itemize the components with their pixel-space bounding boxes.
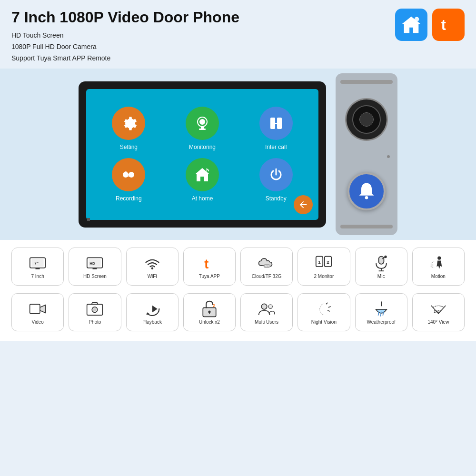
svg-line-47 bbox=[328, 307, 331, 307]
athome-icon-item[interactable]: At home bbox=[169, 158, 236, 202]
feature-row-2: Video Photo Playback 2 Unlock x2 bbox=[0, 289, 476, 341]
back-button[interactable] bbox=[294, 195, 313, 214]
feature-7inch: 7" 7 Inch bbox=[11, 248, 64, 286]
brand-icons: t bbox=[395, 9, 465, 41]
feature-motion: Motion bbox=[412, 248, 465, 286]
feature-tuya: t Tuya APP bbox=[183, 248, 236, 286]
feature-dual: 1 2 2 Monitor bbox=[298, 248, 350, 286]
smartlife-icon bbox=[395, 9, 427, 41]
feature-wifi: WiFi bbox=[126, 248, 178, 286]
feature-cloud-label: Cloud/TF 32G bbox=[252, 274, 282, 279]
lens-inner bbox=[352, 105, 381, 134]
athome-icon bbox=[186, 158, 219, 191]
feature-row-1: 7" 7 Inch HD HD Screen WiFi t Tuya APP bbox=[0, 240, 476, 289]
svg-text:REC: REC bbox=[125, 173, 133, 178]
feature-mic-label: Mic bbox=[377, 274, 385, 279]
svg-line-48 bbox=[328, 310, 330, 311]
feature-weather: Weatherproof bbox=[355, 293, 407, 331]
recording-icon: REC bbox=[112, 158, 145, 191]
svg-point-44 bbox=[261, 304, 267, 309]
svg-point-45 bbox=[268, 305, 272, 308]
svg-point-39 bbox=[93, 308, 97, 311]
standby-icon-item[interactable]: Standby bbox=[243, 158, 309, 202]
feature-playback-label: Playback bbox=[142, 319, 162, 325]
feature-unlock: 2 Unlock x2 bbox=[183, 293, 236, 331]
mic-dot bbox=[87, 218, 90, 221]
svg-text:1: 1 bbox=[318, 259, 321, 265]
feature-mic: Mic bbox=[355, 248, 407, 286]
monitoring-icon bbox=[186, 107, 219, 140]
svg-text:2: 2 bbox=[213, 303, 215, 308]
feature-unlock-label: Unlock x2 bbox=[199, 319, 220, 325]
doorbell-top-strip bbox=[340, 80, 393, 84]
svg-rect-20 bbox=[93, 268, 97, 269]
svg-text:HD: HD bbox=[90, 261, 96, 266]
feature-users-label: Multi Users bbox=[255, 319, 278, 325]
feature-7inch-label: 7 Inch bbox=[31, 274, 44, 279]
svg-point-34 bbox=[384, 256, 387, 258]
svg-rect-36 bbox=[30, 304, 40, 314]
feature-2: 1080P Full HD Door Camera bbox=[11, 41, 465, 53]
product-section: Setting Monitoring Inter call bbox=[0, 69, 476, 240]
svg-rect-5 bbox=[199, 129, 206, 130]
svg-line-46 bbox=[326, 303, 327, 304]
ir-led bbox=[387, 155, 390, 158]
feature-video-label: Video bbox=[31, 319, 43, 325]
svg-text:2: 2 bbox=[327, 259, 330, 265]
svg-point-22 bbox=[151, 267, 153, 269]
feature-motion-label: Motion bbox=[431, 274, 446, 279]
feature-photo-label: Photo bbox=[89, 319, 101, 325]
intercall-icon-item[interactable]: Inter call bbox=[243, 107, 309, 150]
feature-tuya-label: Tuya APP bbox=[199, 274, 220, 279]
feature-3: Support Tuya Smart APP Remote bbox=[11, 53, 465, 64]
svg-rect-7 bbox=[277, 118, 282, 129]
header-section: 7 Inch 1080P Video Door Phone HD Touch S… bbox=[0, 0, 476, 69]
feature-photo: Photo bbox=[69, 293, 121, 331]
feature-hd-label: HD Screen bbox=[83, 274, 107, 279]
svg-point-2 bbox=[199, 119, 205, 125]
doorbell bbox=[336, 73, 397, 235]
feature-playback: Playback bbox=[126, 293, 178, 331]
setting-icon-item[interactable]: Setting bbox=[96, 107, 162, 150]
feature-dual-label: 2 Monitor bbox=[314, 274, 334, 279]
lens-core bbox=[359, 112, 374, 127]
standby-label: Standby bbox=[266, 195, 287, 202]
svg-rect-6 bbox=[270, 118, 275, 129]
monitoring-label: Monitoring bbox=[189, 144, 216, 150]
monitoring-icon-item[interactable]: Monitoring bbox=[169, 107, 236, 150]
tuya-icon: t bbox=[432, 9, 465, 41]
feature-angle-label: 140° View bbox=[427, 319, 449, 325]
feature-wifi-label: WiFi bbox=[148, 274, 157, 279]
svg-text:32G: 32G bbox=[265, 265, 270, 268]
svg-point-11 bbox=[125, 171, 127, 173]
monitor: Setting Monitoring Inter call bbox=[79, 81, 326, 228]
feature-night-label: Night Vision bbox=[311, 319, 337, 325]
setting-icon bbox=[112, 107, 145, 140]
svg-text:t: t bbox=[441, 17, 446, 33]
feature-cloud32g: 32G Cloud/TF 32G bbox=[240, 248, 293, 286]
icon-grid: Setting Monitoring Inter call bbox=[96, 107, 309, 202]
svg-rect-42 bbox=[209, 312, 210, 314]
feature-video: Video bbox=[11, 293, 64, 331]
recording-icon-item[interactable]: REC Recording bbox=[96, 158, 162, 202]
svg-rect-30 bbox=[378, 256, 384, 264]
bell-button[interactable] bbox=[347, 172, 386, 210]
feature-users: Multi Users bbox=[240, 293, 293, 331]
athome-label: At home bbox=[192, 195, 213, 202]
feature-weather-label: Weatherproof bbox=[367, 319, 395, 325]
feature-hd: HD HD Screen bbox=[69, 248, 121, 286]
setting-label: Setting bbox=[120, 144, 138, 150]
intercall-icon bbox=[259, 107, 293, 140]
svg-point-13 bbox=[365, 196, 368, 199]
standby-icon bbox=[259, 158, 293, 191]
doorbell-bottom-strip bbox=[340, 225, 393, 228]
feature-night: Night Vision bbox=[298, 293, 350, 331]
svg-point-35 bbox=[437, 256, 441, 259]
svg-text:t: t bbox=[204, 257, 208, 271]
intercall-label: Inter call bbox=[265, 144, 287, 150]
svg-rect-16 bbox=[36, 268, 40, 269]
screen: Setting Monitoring Inter call bbox=[86, 89, 318, 220]
svg-text:7": 7" bbox=[34, 261, 39, 266]
recording-label: Recording bbox=[116, 195, 142, 202]
camera-lens bbox=[345, 98, 388, 141]
